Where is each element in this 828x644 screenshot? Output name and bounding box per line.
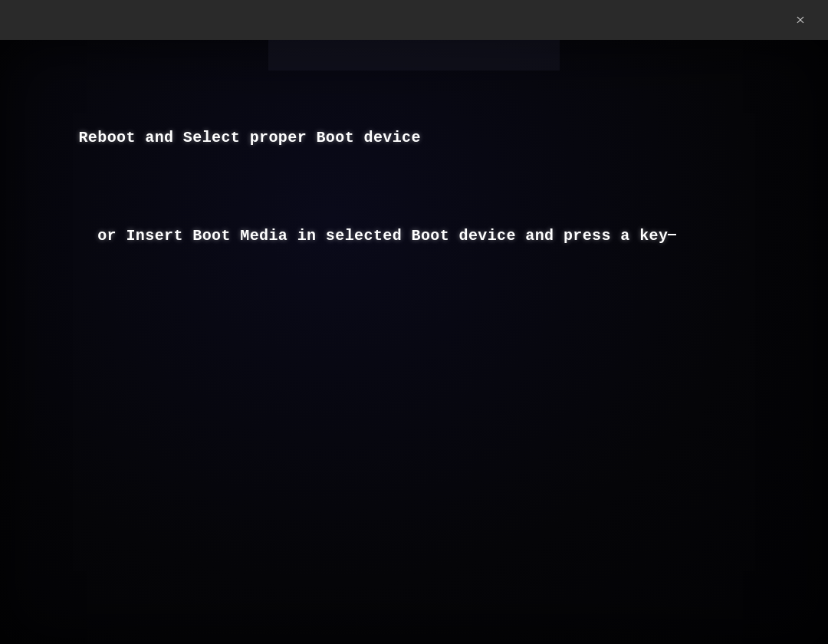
boot-line-1: Reboot and Select proper Boot device	[78, 129, 420, 146]
boot-line-2-text: or Insert Boot Media in selected Boot de…	[97, 227, 668, 245]
title-bar: ×	[0, 0, 828, 40]
boot-line-2: or Insert Boot Media in selected Boot de…	[21, 227, 676, 269]
cursor-blink	[668, 234, 676, 235]
boot-message-container: Reboot and Select proper Boot device or …	[21, 101, 676, 297]
close-button[interactable]: ×	[787, 6, 814, 34]
window-frame: × Reboot and Select proper Boot device o…	[0, 0, 828, 644]
boot-screen: Reboot and Select proper Boot device or …	[0, 40, 828, 644]
